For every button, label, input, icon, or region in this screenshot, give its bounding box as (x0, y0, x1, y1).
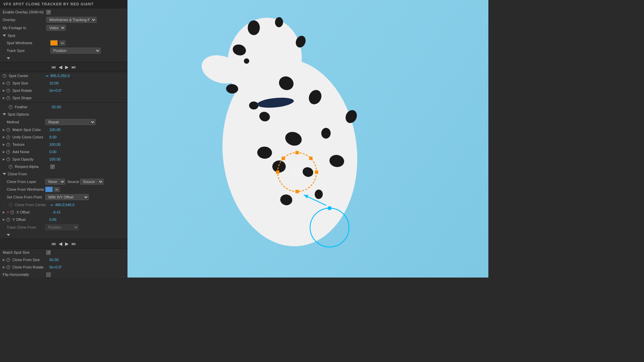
match-spot-size-checkbox[interactable] (46, 250, 51, 255)
add-noise-expand[interactable]: ▶ (3, 150, 5, 154)
add-noise-row: ▶ Add Noise 0.00 (0, 148, 127, 156)
spot-options-section[interactable]: Spot Options (0, 111, 127, 118)
flip-horizontally-checkbox[interactable] (46, 273, 51, 277)
feather-value[interactable]: 50.00 (52, 105, 61, 109)
clone-from-layer-row: Clone From Layer None Source Source (0, 178, 127, 186)
match-spot-color-label: Match Spot Color (12, 128, 41, 132)
spot-opacity-expand[interactable]: ▶ (3, 158, 5, 161)
unify-clone-expand[interactable]: ▶ (3, 135, 5, 139)
flip-horizontally-label: Flip Horizontally (3, 273, 29, 277)
method-dropdown[interactable]: Repair (45, 119, 96, 125)
clone-from-rotate-clock (6, 265, 10, 269)
y-offset-expand[interactable]: ▶ (3, 218, 5, 221)
texture-label: Texture (12, 142, 24, 146)
spot-opacity-label: Spot Opacity (12, 157, 34, 161)
spot-rotate-expand[interactable]: ▶ (3, 89, 5, 92)
clone-from-rotate-row: ▶ Clone From Rotate 0x+0.0° (0, 263, 127, 271)
x-offset-value[interactable]: -6.41 (52, 210, 61, 214)
texture-value[interactable]: 100.00 (49, 142, 61, 146)
spot-size-expand[interactable]: ▶ (3, 81, 5, 85)
set-clone-from-point-row: Set Clone From Point With X/Y Offset (0, 193, 127, 201)
spot-section-header[interactable]: Spot (0, 32, 127, 39)
set-clone-from-point-dropdown[interactable]: With X/Y Offset (45, 194, 89, 200)
respect-alpha-checkbox[interactable] (50, 165, 55, 169)
x-offset-label: X Offset (16, 210, 30, 214)
match-spot-size-label: Match Spot Size (3, 250, 30, 254)
match-spot-size-row: Match Spot Size (0, 249, 127, 256)
spot-shape-expand[interactable]: ▶ (3, 96, 5, 100)
spot-section-label: Spot (8, 34, 15, 38)
spot-size-value[interactable]: 10.00 (49, 81, 59, 85)
spot-center-arrow-icon: ⇔ (46, 74, 48, 78)
my-footage-is-row: My Footage Is Video (0, 24, 127, 32)
source-dropdown[interactable]: Source (80, 179, 104, 185)
clone-from-size-label: Clone From Size (12, 258, 40, 262)
enable-overlay-checkbox[interactable] (46, 10, 51, 14)
respect-alpha-row: Respect Alpha (0, 163, 127, 170)
unify-clone-colors-value[interactable]: 0.00 (49, 135, 56, 139)
spot-opacity-row: ▶ Spot Opacity 100.00 (0, 156, 127, 163)
clone-from-layer-dropdown[interactable]: None (45, 179, 65, 185)
clone-from-center-label: Clone From Center (15, 203, 46, 207)
clone-wireframe-icon-btn[interactable]: ⇔ (54, 187, 60, 192)
track-clone-from-dropdown[interactable]: Position (45, 224, 79, 230)
transport-rewind-2[interactable]: ⏮ (51, 241, 56, 246)
clone-from-label: Clone From (8, 172, 27, 176)
clone-from-section[interactable]: Clone From (0, 170, 127, 178)
spot-rotate-value[interactable]: 0x+0.0° (49, 88, 62, 93)
my-footage-is-dropdown[interactable]: Video (46, 25, 66, 31)
spot-wireframe-color[interactable] (50, 40, 58, 46)
match-spot-color-clock (6, 128, 10, 132)
texture-row: ▶ Texture 100.00 (0, 141, 127, 148)
add-noise-value[interactable]: 0.00 (49, 150, 56, 154)
respect-alpha-label: Respect Alpha (15, 165, 39, 169)
clone-from-layer-label: Clone From Layer (7, 180, 36, 184)
spot-rotate-label: Spot Rotate (12, 88, 32, 93)
spot-wireframe-row: Spot Wireframe ⇔ (0, 39, 127, 47)
track-clone-from-row: Track Clone From Position (0, 223, 127, 231)
transport-play-2[interactable]: ▶ (65, 241, 69, 246)
feather-clock-icon (9, 105, 12, 109)
feather-label: Feather (15, 105, 28, 109)
spot-rotate-row: ▶ Spot Rotate 0x+0.0° (0, 87, 127, 94)
clone-from-center-value[interactable]: 480.0,540.0 (55, 203, 74, 207)
track-spot-dropdown[interactable]: Position (50, 48, 101, 54)
x-offset-row: ▶ ✕ X Offset -6.41 (0, 208, 127, 216)
match-spot-color-row: ▶ Match Spot Color 100.00 (0, 126, 127, 133)
spot-center-value[interactable]: 995.0,350.0 (50, 74, 70, 78)
spot-opacity-value[interactable]: 100.00 (49, 157, 61, 161)
flip-horizontally-row: Flip Horizontally (0, 271, 127, 278)
match-spot-color-value[interactable]: 100.00 (49, 128, 61, 132)
clone-from-sub-expand (7, 234, 10, 236)
unify-clone-clock (6, 135, 10, 139)
texture-clock (6, 143, 10, 146)
spot-center-clock-icon (3, 74, 6, 78)
spot-opacity-clock (6, 158, 10, 161)
clone-from-center-clock (9, 203, 12, 207)
transport-play[interactable]: ▶ (65, 64, 69, 70)
clone-from-expand-icon (3, 173, 6, 175)
clone-from-rotate-expand[interactable]: ▶ (3, 265, 5, 269)
clone-from-center-row: ○ Clone From Center ⇔ 480.0,540.0 (0, 201, 127, 208)
y-offset-label: Y Offset (12, 218, 25, 222)
clone-from-size-value[interactable]: 50.00 (49, 258, 59, 262)
clone-from-rotate-value[interactable]: 0x+0.0° (49, 265, 62, 269)
texture-expand[interactable]: ▶ (3, 143, 5, 146)
transport-prev[interactable]: ◀ (59, 64, 62, 70)
transport-prev-2[interactable]: ◀ (59, 241, 62, 246)
match-spot-color-expand[interactable]: ▶ (3, 128, 5, 131)
y-offset-value[interactable]: 0.65 (49, 218, 56, 222)
spot-size-row: ▶ Spot Size 10.00 (0, 79, 127, 87)
source-label: Source (67, 180, 79, 184)
spot-wireframe-icon-btn[interactable]: ⇔ (59, 41, 65, 46)
transport-rewind[interactable]: ⏮ (51, 64, 56, 70)
x-offset-expand[interactable]: ▶ (3, 210, 5, 214)
feather-row: Feather 50.00 (0, 103, 127, 111)
clone-wireframe-color[interactable] (45, 187, 53, 192)
transport-next[interactable]: ⏭ (71, 64, 76, 70)
overlay-dropdown[interactable]: Wireframes & Tracking F (46, 17, 97, 23)
transport-next-2[interactable]: ⏭ (71, 241, 76, 246)
clone-from-size-expand[interactable]: ▶ (3, 258, 5, 261)
transport-bar-2: ⏮ ◀ ▶ ⏭ (0, 239, 127, 249)
canvas-area (127, 0, 488, 278)
